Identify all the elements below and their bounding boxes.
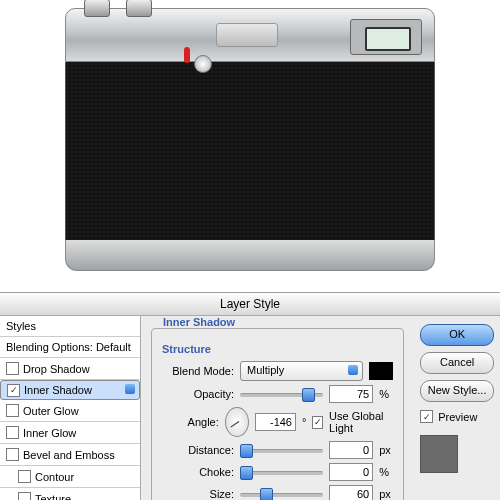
distance-field[interactable]: 0	[329, 441, 373, 459]
camera-artwork	[65, 8, 435, 271]
ok-button[interactable]: OK	[420, 324, 494, 346]
size-label: Size:	[162, 488, 234, 500]
distance-label: Distance:	[162, 444, 234, 456]
blend-mode-label: Blend Mode:	[162, 365, 234, 377]
sidebar-item-contour[interactable]: Contour	[0, 466, 140, 488]
new-style-button[interactable]: New Style...	[420, 380, 494, 402]
sidebar-item-texture[interactable]: Texture	[0, 488, 140, 500]
dialog-buttons: OK Cancel New Style... ✓ Preview	[414, 316, 500, 500]
checkbox-icon[interactable]	[18, 470, 31, 483]
choke-slider[interactable]	[240, 465, 323, 479]
sidebar-item-drop-shadow[interactable]: Drop Shadow	[0, 358, 140, 380]
structure-label: Structure	[162, 343, 393, 355]
checkbox-icon[interactable]	[6, 404, 19, 417]
sidebar-item-inner-glow[interactable]: Inner Glow	[0, 422, 140, 444]
sidebar-item-inner-shadow[interactable]: ✓Inner Shadow	[0, 380, 140, 400]
size-slider[interactable]	[240, 487, 323, 500]
sidebar-item-bevel[interactable]: Bevel and Emboss	[0, 444, 140, 466]
opacity-field[interactable]: 75	[329, 385, 373, 403]
sidebar-item-styles[interactable]: Styles	[0, 316, 140, 337]
document-canvas	[0, 0, 500, 292]
shadow-color-swatch[interactable]	[369, 362, 393, 380]
dialog-title: Layer Style	[0, 293, 500, 316]
angle-field[interactable]: -146	[255, 413, 296, 431]
preview-checkbox[interactable]: ✓	[420, 410, 433, 423]
global-light-checkbox[interactable]: ✓	[312, 416, 323, 429]
checkbox-icon[interactable]	[6, 426, 19, 439]
global-light-label: Use Global Light	[329, 410, 393, 434]
preview-label: Preview	[438, 411, 477, 423]
cancel-button[interactable]: Cancel	[420, 352, 494, 374]
preview-swatch	[420, 435, 458, 473]
sidebar-item-blending[interactable]: Blending Options: Default	[0, 337, 140, 358]
blend-mode-select[interactable]: Multiply	[240, 361, 363, 381]
size-field[interactable]: 60	[329, 485, 373, 500]
angle-dial[interactable]	[225, 407, 249, 437]
opacity-label: Opacity:	[162, 388, 234, 400]
settings-panel: Inner Shadow Structure Blend Mode: Multi…	[141, 316, 414, 500]
distance-slider[interactable]	[240, 443, 323, 457]
choke-label: Choke:	[162, 466, 234, 478]
checkbox-icon[interactable]	[6, 362, 19, 375]
angle-label: Angle:	[162, 416, 219, 428]
checkbox-icon[interactable]	[6, 448, 19, 461]
opacity-slider[interactable]	[240, 387, 323, 401]
effects-sidebar: Styles Blending Options: Default Drop Sh…	[0, 316, 141, 500]
sidebar-item-outer-glow[interactable]: Outer Glow	[0, 400, 140, 422]
checkbox-icon[interactable]	[18, 492, 31, 500]
checkbox-icon[interactable]: ✓	[7, 384, 20, 397]
layer-style-dialog: Layer Style Styles Blending Options: Def…	[0, 292, 500, 500]
choke-field[interactable]: 0	[329, 463, 373, 481]
group-title: Inner Shadow	[159, 316, 239, 328]
